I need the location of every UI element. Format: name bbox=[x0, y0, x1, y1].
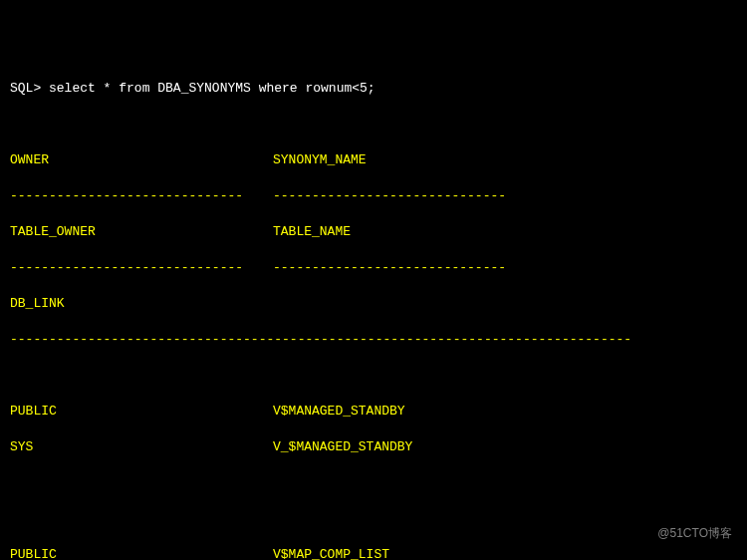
watermark-text: @51CTO博客 bbox=[657, 524, 732, 542]
cell-table-owner: SYS bbox=[10, 438, 273, 456]
divider-long: ----------------------------------------… bbox=[10, 332, 631, 347]
header-row-2: TABLE_OWNERTABLE_NAME bbox=[10, 223, 737, 241]
divider: ------------------------------ bbox=[273, 259, 506, 277]
data-row: SYSV_$MANAGED_STANDBY bbox=[10, 438, 737, 456]
divider: ------------------------------ bbox=[10, 259, 273, 277]
cell-synonym-name: V$MAP_COMP_LIST bbox=[273, 546, 389, 560]
divider: ------------------------------ bbox=[10, 187, 273, 205]
header-row-1: OWNERSYNONYM_NAME bbox=[10, 151, 737, 169]
column-header-table-name: TABLE_NAME bbox=[273, 223, 351, 241]
cell-table-name: V_$MANAGED_STANDBY bbox=[273, 438, 412, 456]
divider-row-1: ----------------------------------------… bbox=[10, 187, 737, 205]
column-header-synonym-name: SYNONYM_NAME bbox=[273, 151, 367, 169]
blank-line bbox=[10, 474, 737, 492]
data-row: PUBLICV$MANAGED_STANDBY bbox=[10, 403, 737, 420]
column-header-db-link: DB_LINK bbox=[10, 296, 65, 311]
divider-row-3: ----------------------------------------… bbox=[10, 331, 737, 349]
header-row-3: DB_LINK bbox=[10, 295, 737, 313]
blank-line bbox=[10, 116, 737, 134]
cell-synonym-name: V$MANAGED_STANDBY bbox=[273, 403, 405, 420]
data-row: PUBLICV$MAP_COMP_LIST bbox=[10, 546, 737, 560]
blank-line bbox=[10, 367, 737, 385]
cell-owner: PUBLIC bbox=[10, 546, 273, 560]
sql-command-line[interactable]: SQL> select * from DBA_SYNONYMS where ro… bbox=[10, 80, 737, 98]
column-header-table-owner: TABLE_OWNER bbox=[10, 223, 273, 241]
sql-prompt: SQL> bbox=[10, 81, 49, 96]
blank-line bbox=[10, 510, 737, 528]
column-header-owner: OWNER bbox=[10, 151, 273, 169]
divider-row-2: ----------------------------------------… bbox=[10, 259, 737, 277]
cell-owner: PUBLIC bbox=[10, 403, 273, 420]
divider: ------------------------------ bbox=[273, 187, 506, 205]
sql-query: select * from DBA_SYNONYMS where rownum<… bbox=[49, 81, 375, 96]
